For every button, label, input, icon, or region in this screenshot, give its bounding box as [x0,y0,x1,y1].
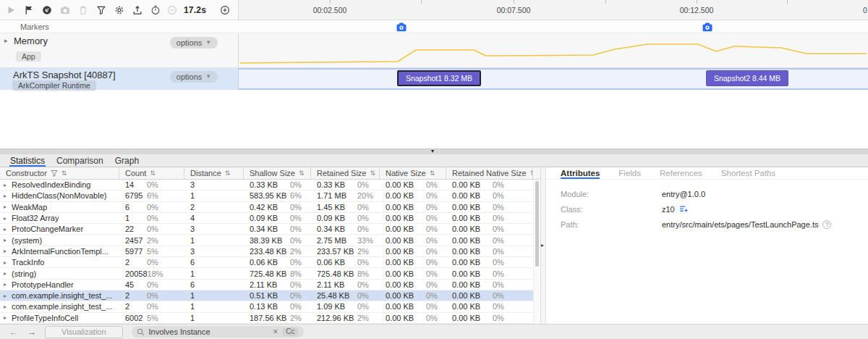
snapshot-block[interactable]: Snapshot2 8.44 MB [706,70,788,86]
shallow-size-cell: 2.11 KB0% [244,280,311,289]
table-row[interactable]: ▸ProtoChangeMarker220%30.34 KB0%0.34 KB0… [0,224,540,235]
row-expand-icon[interactable]: ▸ [0,248,12,254]
row-expand-icon[interactable]: ▸ [0,314,12,321]
sort-icon[interactable]: ⇅ [299,170,305,177]
match-case-toggle[interactable]: Cc [282,327,298,336]
row-expand-icon[interactable]: ▸ [0,193,12,199]
details-splitter[interactable]: ▸ [540,167,546,324]
cell-value: 0.00 KB [446,280,493,289]
snapshot-marker-camera-icon[interactable] [396,22,407,31]
details-tab-attributes[interactable]: Attributes [561,167,600,179]
tab-statistics[interactable]: Statistics [4,154,51,167]
panel-splitter[interactable]: ▾ [0,148,868,154]
details-tab-shortest-paths[interactable]: Shortest Paths [721,167,775,179]
timeline-ruler[interactable]: 00:02.50000:07.50000:12.5000 [239,0,868,20]
arkts-snapshot-track[interactable]: Snapshot1 8.32 MBSnapshot2 8.44 MB [239,68,868,90]
attribute-value-text: z10 [662,205,675,214]
cell-value: 0.00 KB [446,269,493,278]
memory-chart[interactable] [239,33,868,68]
help-icon[interactable]: ? [822,220,831,229]
memory-expand-icon[interactable]: ▸ [4,37,8,44]
column-header-distance[interactable]: Distance⇅ [184,167,244,179]
tab-graph[interactable]: Graph [109,154,145,167]
table-row[interactable]: ▸ProfileTypeInfoCell60025%1187.56 KB2%21… [0,313,540,324]
search-input[interactable]: Involves Instance × Cc [132,326,304,338]
sort-icon[interactable]: ⇅ [225,170,231,177]
sort-icon[interactable]: ⇅ [150,170,156,177]
row-expand-icon[interactable]: ▸ [0,259,12,266]
column-header-retained-size[interactable]: Retained Size⇅ [311,167,380,179]
cell-percent: 0% [147,180,158,189]
table-row[interactable]: ▸ArkInternalFunctionTempl...59775%3233.4… [0,246,540,257]
table-row[interactable]: ▸(system)24572%138.39 KB0%2.75 MB33%0.00… [0,235,540,246]
locate-in-list-icon[interactable] [679,205,689,213]
table-row[interactable]: ▸HiddenClass(NonMovable)67956%1583.95 KB… [0,191,540,201]
row-expand-icon[interactable]: ▸ [0,237,12,243]
back-button[interactable]: ← [9,327,18,337]
row-expand-icon[interactable]: ▸ [0,182,12,188]
row-expand-icon[interactable]: ▸ [0,293,12,299]
play-icon[interactable] [6,5,16,15]
flag-icon[interactable] [24,5,34,15]
retained-native-size-cell: 0.00 KB0% [446,225,533,233]
snapshot-marker-camera-icon[interactable] [702,22,712,31]
filter-icon[interactable] [96,5,106,15]
row-expand-icon[interactable]: ▸ [0,270,12,277]
details-tab-fields[interactable]: Fields [618,167,641,179]
cell-percent: 0% [147,302,158,311]
zoom-out-button[interactable] [167,5,177,15]
tab-comparison[interactable]: Comparison [51,154,109,167]
row-expand-icon[interactable]: ▸ [0,215,12,222]
camera-icon[interactable] [60,5,70,15]
cell-value: 14 [119,180,147,189]
snapshot-block[interactable]: Snapshot1 8.32 MB [397,70,481,86]
scrollbar-thumb[interactable] [535,181,539,267]
table-row[interactable]: ▸PrototypeHandler450%62.11 KB0%2.11 KB0%… [0,280,540,290]
arkts-track-header[interactable]: ArkTS Snapshot [40887] ArkCompiler Runti… [0,68,239,90]
table-row[interactable]: ▸WeakMap60%20.42 KB0%1.45 KB0%0.00 KB0%0… [0,202,540,213]
clear-search-icon[interactable]: × [273,327,278,336]
filter-icon[interactable] [51,170,58,177]
settings-icon[interactable] [114,5,124,15]
sort-icon[interactable]: ⇅ [370,170,376,177]
arkts-options-button[interactable]: options ▼ [170,71,218,83]
cell-value: 0.00 KB [446,225,493,233]
memory-options-button[interactable]: options ▼ [170,37,218,49]
record-icon[interactable] [42,5,52,15]
sort-icon[interactable]: ⇅ [61,170,67,177]
memory-app-tag: App [16,51,41,62]
row-expand-icon[interactable]: ▸ [0,281,12,288]
zoom-in-button[interactable] [220,5,230,15]
markers-track[interactable] [239,20,868,33]
distance-cell: 1 [184,236,244,245]
table-row[interactable]: ▸com.example.insight_test_...20%10.51 KB… [0,290,540,301]
table-scrollbar[interactable] [533,180,540,324]
sort-icon[interactable]: ⇅ [430,170,435,177]
native-size-cell: 0.00 KB0% [380,214,446,222]
column-header-native-size[interactable]: Native Size⇅ [380,167,446,179]
details-tab-references[interactable]: References [660,167,702,179]
cell-value: 0.06 KB [244,258,290,267]
column-header-retained-native-size[interactable]: Retained Native Size⇅ [446,167,533,179]
search-icon [137,328,145,336]
cell-percent: 0% [493,214,504,222]
row-expand-icon[interactable]: ▸ [0,304,12,310]
row-expand-icon[interactable]: ▸ [0,226,12,233]
row-expand-icon[interactable]: ▸ [0,204,12,210]
table-row[interactable]: ▸ResolvedIndexBinding140%30.33 KB0%0.33 … [0,180,540,191]
column-header-shallow-size[interactable]: Shallow Size⇅ [244,167,311,179]
forward-button[interactable]: → [27,327,36,337]
visualization-button[interactable]: Visualization [45,326,123,338]
constructor-cell: ▸ProtoChangeMarker [0,225,119,233]
collapse-handle-icon[interactable]: ▾ [431,148,434,154]
column-header-count[interactable]: Count⇅ [119,167,184,179]
trash-icon[interactable] [78,5,88,15]
table-row[interactable]: ▸com.example.insight_test_...20%10.13 KB… [0,301,540,312]
attribute-value: entry@1.0.0 [662,190,705,198]
export-icon[interactable] [132,5,142,15]
table-row[interactable]: ▸TrackInfo20%60.06 KB0%0.06 KB0%0.00 KB0… [0,257,540,268]
table-row[interactable]: ▸(string)2005818%1725.48 KB8%725.48 KB8%… [0,268,540,279]
column-header-constructor[interactable]: Constructor⇅ [0,167,119,179]
collapse-right-icon[interactable]: ▸ [541,242,544,248]
table-row[interactable]: ▸Float32 Array10%40.09 KB0%0.09 KB0%0.00… [0,213,540,224]
